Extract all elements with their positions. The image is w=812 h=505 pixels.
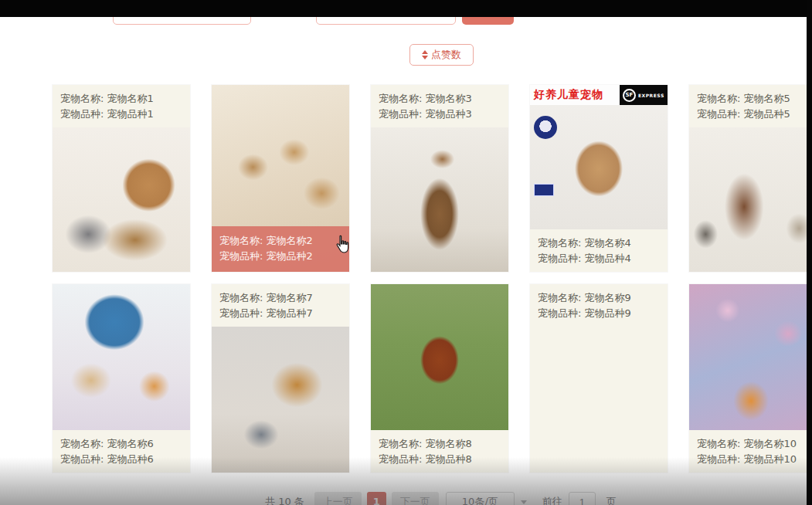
- letterbox-right-bar: [807, 0, 812, 505]
- pet-breed: 宠物品种: 宠物品种10: [697, 452, 812, 467]
- promo-banner-text: 好养儿童宠物: [534, 88, 603, 102]
- sort-by-likes-button[interactable]: 点赞数: [409, 44, 474, 66]
- page-size-value: 10条/页: [462, 495, 498, 505]
- pet-card[interactable]: 宠物名称: 宠物名称7宠物品种: 宠物品种7: [212, 284, 349, 473]
- pet-breed: 宠物品种: 宠物品种4: [538, 251, 660, 266]
- pet-card[interactable]: 宠物名称: 宠物名称10宠物品种: 宠物品种10: [689, 284, 812, 473]
- pet-card-hover-overlay: 宠物名称: 宠物名称2宠物品种: 宠物品种2: [212, 226, 349, 272]
- golden-retriever-cat-photo: [212, 327, 349, 473]
- pet-name: 宠物名称: 宠物名称7: [219, 290, 341, 306]
- certificate-badge-icon: [534, 184, 554, 196]
- pet-name: 宠物名称: 宠物名称2: [219, 233, 341, 249]
- pet-card[interactable]: 宠物名称: 宠物名称6宠物品种: 宠物品种6: [53, 284, 190, 473]
- poodle-and-cat-photo: [53, 127, 190, 272]
- pet-card[interactable]: 宠物名称: 宠物名称1宠物品种: 宠物品种1: [53, 85, 190, 272]
- pet-card[interactable]: 宠物名称: 宠物名称2宠物品种: 宠物品种2: [212, 85, 349, 272]
- sort-arrows-icon: [422, 50, 428, 59]
- pet-breed: 宠物品种: 宠物品种8: [379, 452, 501, 467]
- pet-breed: 宠物品种: 宠物品种2: [219, 249, 341, 264]
- sort-button-label: 点赞数: [431, 48, 461, 62]
- pagination-prev-button[interactable]: 上一页: [314, 492, 362, 505]
- rabbit-photo: 好养儿童宠物SFEXPRESS: [530, 85, 668, 229]
- pet-name: 宠物名称: 宠物名称8: [379, 436, 501, 452]
- pet-card[interactable]: 宠物名称: 宠物名称9宠物品种: 宠物品种9: [530, 284, 668, 473]
- pet-card[interactable]: 宠物名称: 宠物名称8宠物品种: 宠物品种8: [371, 284, 508, 473]
- pet-name: 宠物名称: 宠物名称1: [60, 91, 182, 107]
- pagination-next-button[interactable]: 下一页: [392, 492, 439, 505]
- shiba-inu-blossom-photo: [689, 284, 812, 430]
- vet-puppy-kitten-photo: [53, 284, 190, 430]
- sf-express-logo-icon: SF: [623, 89, 636, 102]
- page-viewport: 点赞数 宠物名称: 宠物名称1宠物品种: 宠物品种1宠物名称: 宠物名称2宠物品…: [0, 0, 812, 505]
- pet-name: 宠物名称: 宠物名称10: [697, 436, 812, 452]
- sf-express-logo-text: EXPRESS: [638, 93, 664, 98]
- pet-name: 宠物名称: 宠物名称4: [538, 236, 660, 251]
- goto-unit-label: 页: [606, 492, 617, 505]
- pet-breed: 宠物品种: 宠物品种3: [379, 107, 501, 122]
- missing-pet-photo: [530, 327, 668, 473]
- pet-breed: 宠物品种: 宠物品种7: [219, 306, 341, 321]
- pet-breed: 宠物品种: 宠物品种6: [60, 452, 182, 467]
- pet-name: 宠物名称: 宠物名称5: [697, 91, 812, 107]
- goto-label: 前往: [542, 492, 562, 505]
- pet-card[interactable]: 宠物名称: 宠物名称5宠物品种: 宠物品种5: [689, 85, 812, 272]
- letterbox-top-bar: [0, 0, 812, 17]
- promo-banner: 好养儿童宠物SFEXPRESS: [530, 85, 668, 105]
- pet-card[interactable]: 宠物名称: 宠物名称3宠物品种: 宠物品种3: [371, 85, 508, 272]
- pet-name: 宠物名称: 宠物名称9: [538, 290, 660, 306]
- pet-breed: 宠物品种: 宠物品种5: [697, 107, 812, 122]
- chevron-down-icon: [521, 500, 527, 504]
- abyssinian-cat-photo: [371, 127, 508, 272]
- pet-breed: 宠物品种: 宠物品种9: [538, 306, 660, 321]
- page-size-select[interactable]: 10条/页: [446, 492, 515, 505]
- pet-name: 宠物名称: 宠物名称3: [379, 91, 501, 107]
- pet-card[interactable]: 好养儿童宠物SFEXPRESS宠物名称: 宠物名称4宠物品种: 宠物品种4: [530, 85, 668, 272]
- pagination-total: 共 10 条: [265, 492, 304, 505]
- basset-hound-kittens-photo: [689, 127, 812, 272]
- pet-name: 宠物名称: 宠物名称6: [60, 436, 182, 452]
- certificate-badge-icon: [534, 116, 557, 139]
- pagination-bar: 共 10 条 上一页 1 下一页 10条/页 前往 页: [265, 492, 617, 505]
- pet-breed: 宠物品种: 宠物品种1: [60, 107, 182, 122]
- goto-page-input[interactable]: [569, 492, 596, 505]
- pagination-page-1[interactable]: 1: [367, 492, 386, 505]
- toy-poodle-grass-photo: [371, 284, 508, 430]
- mouse-cursor-icon: [334, 235, 352, 255]
